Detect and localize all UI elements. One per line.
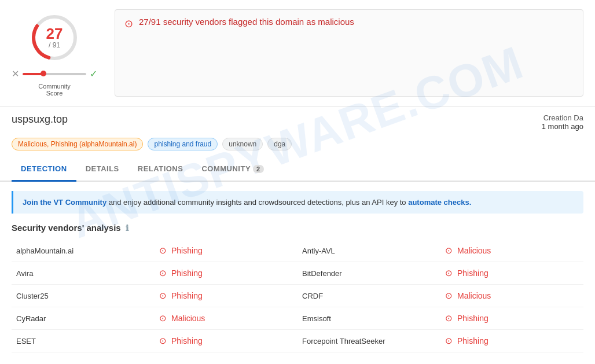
table-row: Avira ⊙ Phishing BitDefender ⊙ Phishing [12,262,583,285]
alert-banner: ⊙ 27/91 security vendors flagged this do… [115,9,583,97]
status-icon-right: ⊙ [445,245,453,256]
status-icon-left: ⊙ [159,313,167,323]
vendor-name-left: alphaMountain.ai [12,240,155,262]
status-icon-right: ⊙ [445,291,453,301]
table-row: CyRadar ⊙ Malicious Emsisoft ⊙ Phishing [12,307,583,330]
table-row: Cluster25 ⊙ Phishing CRDF ⊙ Malicious [12,285,583,307]
status-icon-left: ⊙ [159,268,167,278]
tag[interactable]: phishing and fraud [148,138,218,150]
status-text-right: Phishing [457,336,489,345]
vendor-status-left: ⊙ Phishing [155,285,298,307]
tabs-bar: DETECTIONDETAILSRELATIONSCOMMUNITY2 [0,157,595,182]
vendor-status-right: ⊙ Phishing [440,330,583,352]
tab-community[interactable]: COMMUNITY2 [192,157,273,181]
tab-detection[interactable]: DETECTION [12,157,76,182]
tab-badge: 2 [253,165,264,173]
score-section: 27 / 91 ✕ ✓ CommunityScore [12,9,97,97]
table-row: alphaMountain.ai ⊙ Phishing Antiy-AVL ⊙ … [12,240,583,262]
creation-date-value: 1 month ago [542,122,583,131]
vendor-status-left: ⊙ Phishing [155,240,298,262]
vendor-name-left: Avira [12,262,155,284]
community-score-label: CommunityScore [38,83,71,97]
tab-details[interactable]: DETAILS [76,157,128,181]
join-community-link[interactable]: Join the VT Community [23,198,106,207]
status-text-right: Phishing [457,269,489,278]
check-icon: ✓ [90,68,97,79]
creation-date: Creation Da 1 month ago [542,113,583,131]
alert-text: 27/91 security vendors flagged this doma… [139,17,354,27]
table-row: ESET ⊙ Phishing Forcepoint ThreatSeeker … [12,330,583,352]
community-bar-middle: and enjoy additional community insights … [106,198,408,207]
domain-name: uspsuxg.top [12,113,68,126]
vendor-name-left: CyRadar [12,307,155,329]
vendors-table: alphaMountain.ai ⊙ Phishing Antiy-AVL ⊙ … [12,240,583,352]
score-circle: 27 / 91 [28,12,80,64]
info-icon[interactable]: ℹ [126,223,128,233]
vendor-status-left: ⊙ Phishing [155,330,298,352]
score-bar [23,73,86,75]
automate-checks-link[interactable]: automate checks. [408,198,471,207]
vendors-section: Security vendors' analysis ℹ alphaMounta… [0,223,595,352]
vendor-name-right: Antiy-AVL [298,240,440,262]
vendor-status-right: ⊙ Malicious [440,240,583,262]
status-text-left: Phishing [171,291,203,300]
status-icon-left: ⊙ [159,336,167,346]
vendor-name-left: ESET [12,330,155,352]
domain-section: uspsuxg.top Creation Da 1 month ago [0,106,595,135]
vendor-name-right: CRDF [298,285,440,307]
page-wrapper: ANTISPYWARE.COM 27 / 91 ✕ [0,0,595,364]
tag[interactable]: Malicious, Phishing (alphaMountain.ai) [12,138,143,150]
vendor-status-right: ⊙ Phishing [440,262,583,284]
header-area: 27 / 91 ✕ ✓ CommunityScore ⊙ 27/91 secur… [0,0,595,106]
vendor-status-right: ⊙ Phishing [440,307,583,329]
vendor-name-left: Cluster25 [12,285,155,307]
tag[interactable]: dga [267,138,292,150]
status-text-left: Malicious [171,314,205,323]
status-icon-left: ⊙ [159,291,167,301]
score-bar-area: ✕ ✓ [12,68,97,79]
status-icon-right: ⊙ [445,336,453,346]
score-bar-dot [41,71,46,76]
vendor-status-right: ⊙ Malicious [440,285,583,307]
x-icon: ✕ [12,68,19,79]
score-number: 27 [46,26,63,41]
vendor-name-right: BitDefender [298,262,440,284]
tab-relations[interactable]: RELATIONS [128,157,193,181]
status-text-right: Malicious [457,246,491,255]
status-text-left: Phishing [171,246,203,255]
status-icon-right: ⊙ [445,268,453,278]
vendor-status-left: ⊙ Malicious [155,307,298,329]
vendor-name-right: Forcepoint ThreatSeeker [298,330,440,352]
tags-section: Malicious, Phishing (alphaMountain.ai)ph… [0,135,595,157]
vendor-name-right: Emsisoft [298,307,440,329]
community-info-bar: Join the VT Community and enjoy addition… [12,191,583,214]
score-text: 27 / 91 [46,26,63,49]
vendor-status-left: ⊙ Phishing [155,262,298,284]
status-text-right: Phishing [457,314,489,323]
status-text-right: Malicious [457,291,491,300]
alert-icon: ⊙ [124,17,133,30]
vendors-header-text: Security vendors' analysis [12,223,121,233]
vendors-header: Security vendors' analysis ℹ [12,223,583,233]
status-icon-right: ⊙ [445,313,453,323]
status-text-left: Phishing [171,336,203,345]
tag[interactable]: unknown [222,138,263,150]
status-icon-left: ⊙ [159,245,167,256]
score-denominator: / 91 [46,41,63,49]
creation-date-label: Creation Da [543,113,583,122]
status-text-left: Phishing [171,269,203,278]
